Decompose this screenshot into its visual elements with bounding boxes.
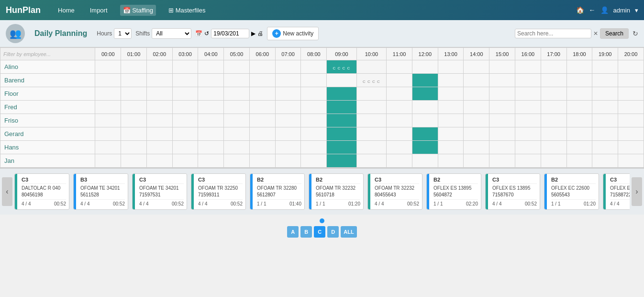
time-cell[interactable] bbox=[464, 60, 489, 74]
time-cell[interactable] bbox=[172, 101, 198, 114]
time-cell[interactable] bbox=[412, 154, 438, 168]
time-cell[interactable] bbox=[249, 114, 275, 127]
refresh-left-icon[interactable]: ↺ bbox=[204, 30, 209, 37]
time-cell[interactable] bbox=[249, 154, 275, 168]
page-btn-all[interactable]: ALL bbox=[341, 226, 356, 238]
time-cell[interactable] bbox=[146, 74, 172, 87]
employee-name-cell[interactable]: Hans bbox=[0, 141, 95, 154]
time-cell[interactable] bbox=[121, 114, 147, 127]
time-cell[interactable] bbox=[327, 101, 356, 114]
time-cell[interactable] bbox=[515, 101, 541, 114]
time-cell[interactable] bbox=[541, 101, 566, 114]
card[interactable]: B2 OFLEX EC 22600 5605543 1 / 1 01:20 bbox=[544, 173, 599, 210]
time-cell[interactable] bbox=[198, 141, 224, 154]
page-btn-b[interactable]: B bbox=[300, 226, 312, 238]
time-cell[interactable] bbox=[327, 141, 356, 154]
shifts-select[interactable]: AllMorningAfternoonNight bbox=[152, 28, 191, 39]
time-cell[interactable] bbox=[566, 141, 592, 154]
time-cell[interactable] bbox=[146, 154, 172, 168]
time-cell[interactable] bbox=[592, 141, 618, 154]
time-cell[interactable] bbox=[618, 127, 644, 141]
time-cell[interactable] bbox=[249, 74, 275, 87]
time-cell[interactable] bbox=[275, 114, 301, 127]
time-cell[interactable] bbox=[464, 74, 489, 87]
page-btn-a[interactable]: A bbox=[287, 226, 299, 238]
time-cell[interactable] bbox=[327, 87, 356, 101]
time-cell[interactable] bbox=[224, 74, 250, 87]
time-cell[interactable] bbox=[438, 87, 464, 101]
time-cell[interactable] bbox=[387, 141, 412, 154]
time-cell[interactable] bbox=[198, 154, 224, 168]
time-cell[interactable] bbox=[489, 74, 515, 87]
time-cell[interactable] bbox=[618, 60, 644, 74]
time-cell[interactable] bbox=[387, 154, 412, 168]
time-cell[interactable] bbox=[224, 101, 250, 114]
time-cell[interactable] bbox=[301, 141, 327, 154]
time-cell[interactable] bbox=[566, 127, 592, 141]
time-cell[interactable] bbox=[198, 101, 224, 114]
time-cell[interactable] bbox=[146, 87, 172, 101]
card[interactable]: C3 OFLEX EC 22600 71588722 4 / 4 00:52 bbox=[603, 173, 630, 210]
time-cell[interactable] bbox=[121, 101, 147, 114]
time-cell[interactable] bbox=[95, 127, 121, 141]
time-cell[interactable] bbox=[489, 101, 515, 114]
employee-name-cell[interactable]: Fred bbox=[0, 101, 95, 114]
time-cell[interactable] bbox=[515, 60, 541, 74]
time-cell[interactable] bbox=[95, 154, 121, 168]
time-cell[interactable] bbox=[541, 141, 566, 154]
time-cell[interactable] bbox=[489, 87, 515, 101]
time-cell[interactable] bbox=[172, 87, 198, 101]
time-cell[interactable] bbox=[95, 60, 121, 74]
time-cell[interactable] bbox=[387, 60, 412, 74]
time-cell[interactable] bbox=[95, 114, 121, 127]
time-cell[interactable] bbox=[438, 141, 464, 154]
time-cell[interactable] bbox=[515, 127, 541, 141]
time-cell[interactable] bbox=[249, 127, 275, 141]
time-cell[interactable] bbox=[515, 74, 541, 87]
hours-select[interactable]: 124 bbox=[114, 28, 132, 39]
time-cell[interactable] bbox=[172, 114, 198, 127]
time-cell[interactable] bbox=[275, 101, 301, 114]
time-cell[interactable] bbox=[464, 87, 489, 101]
time-cell[interactable] bbox=[249, 141, 275, 154]
time-cell[interactable] bbox=[146, 127, 172, 141]
time-cell[interactable] bbox=[224, 154, 250, 168]
time-cell[interactable] bbox=[224, 114, 250, 127]
employee-name-cell[interactable]: Gerard bbox=[0, 127, 95, 141]
time-cell[interactable] bbox=[327, 114, 356, 127]
time-cell[interactable] bbox=[387, 87, 412, 101]
time-cell[interactable] bbox=[464, 154, 489, 168]
card[interactable]: B3 OFOAM TE 34201 5611528 4 / 4 00:52 bbox=[73, 173, 128, 210]
time-cell[interactable] bbox=[121, 60, 147, 74]
time-cell[interactable] bbox=[146, 101, 172, 114]
time-cell[interactable] bbox=[121, 74, 147, 87]
time-cell[interactable] bbox=[198, 114, 224, 127]
time-cell[interactable] bbox=[198, 74, 224, 87]
time-cell[interactable] bbox=[172, 154, 198, 168]
employee-name-cell[interactable]: Friso bbox=[0, 114, 95, 127]
time-cell[interactable] bbox=[541, 87, 566, 101]
search-button[interactable]: Search bbox=[600, 28, 629, 39]
home-icon[interactable]: 🏠 bbox=[576, 6, 584, 14]
time-cell[interactable] bbox=[356, 154, 386, 168]
employee-name-cell[interactable]: Floor bbox=[0, 87, 95, 101]
time-cell[interactable] bbox=[172, 127, 198, 141]
time-cell[interactable] bbox=[275, 87, 301, 101]
nav-masterfiles[interactable]: ⊞ Masterfiles bbox=[166, 5, 208, 16]
time-cell[interactable] bbox=[356, 101, 386, 114]
time-cell[interactable] bbox=[541, 74, 566, 87]
time-cell[interactable] bbox=[566, 154, 592, 168]
time-cell[interactable] bbox=[412, 101, 438, 114]
time-cell[interactable] bbox=[489, 60, 515, 74]
time-cell[interactable] bbox=[464, 127, 489, 141]
cards-prev-button[interactable]: ‹ bbox=[2, 177, 12, 206]
time-cell[interactable] bbox=[515, 87, 541, 101]
time-cell[interactable] bbox=[387, 127, 412, 141]
time-cell[interactable] bbox=[146, 60, 172, 74]
time-cell[interactable] bbox=[121, 87, 147, 101]
time-cell[interactable] bbox=[438, 74, 464, 87]
refresh-icon[interactable]: ↻ bbox=[633, 30, 638, 37]
time-cell[interactable] bbox=[224, 60, 250, 74]
time-cell[interactable] bbox=[566, 60, 592, 74]
time-cell[interactable] bbox=[592, 60, 618, 74]
